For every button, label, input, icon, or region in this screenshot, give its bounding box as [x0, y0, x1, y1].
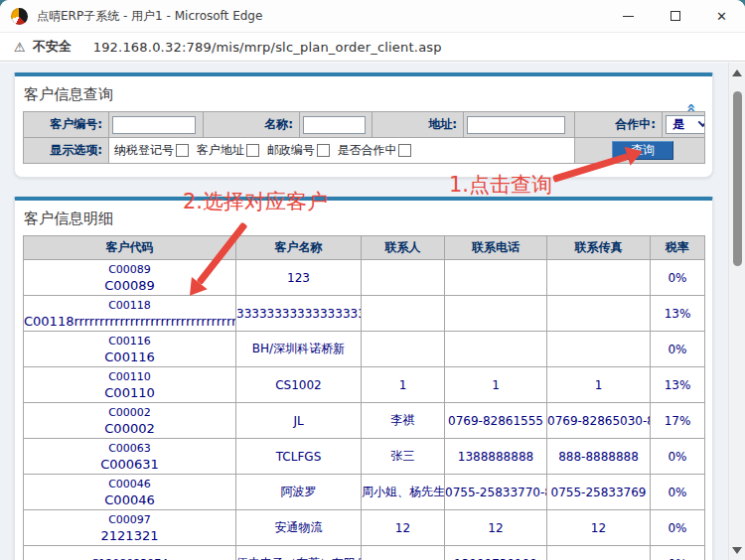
minimize-icon [623, 16, 634, 17]
address-input[interactable] [467, 116, 565, 134]
customer-code-text: C00116 [24, 334, 235, 349]
option-address-label: 客户地址 [197, 142, 244, 159]
customer-code-link[interactable]: C00002 [24, 420, 235, 437]
partner-label: 合作中: [575, 112, 663, 138]
phone-cell: 13999739199 [445, 546, 547, 560]
customer-address-checkbox[interactable] [246, 144, 259, 157]
annotation-step1: 1.点击查询 [449, 171, 552, 199]
phone-cell: 0769-82861555 [445, 403, 547, 439]
site-favicon-icon [11, 8, 28, 25]
customer-code-link[interactable]: 2121321 [24, 527, 235, 544]
option-postal-label: 邮政编号 [267, 142, 315, 159]
partner-select[interactable]: 是 [666, 115, 705, 134]
option-partner-label: 是否合作中 [337, 142, 396, 159]
address-bar[interactable]: ⚠ 不安全 192.168.0.32:789/mis/mrp/slc_plan_… [0, 32, 745, 62]
customer-table: 客户代码 客户名称 联系人 联系电话 联系传真 税率 C00089 C00089… [23, 235, 705, 560]
customer-name-cell: TCLFGS [236, 439, 362, 475]
collapse-panel-icon[interactable]: « [684, 103, 699, 113]
col-customer-code: 客户代码 [24, 236, 236, 260]
contact-cell [362, 332, 445, 367]
customer-code-text: C00110 [24, 369, 235, 384]
customer-code-cell: C00002 C00002 [24, 403, 236, 439]
customer-code-link[interactable]: C00046 [24, 491, 235, 508]
fax-cell: 12 [547, 510, 651, 546]
table-row[interactable]: C00097 2121321 安通物流 12 12 12 0% [24, 510, 705, 546]
customer-name-cell: 123 [236, 260, 362, 296]
fax-cell [547, 296, 651, 332]
phone-cell: 1388888888 [445, 439, 547, 475]
table-row[interactable]: C00063 C000631 TCLFGS 张三 1388888888 888-… [24, 439, 705, 475]
customer-code-cell: C1208023974 [24, 546, 236, 560]
table-row[interactable]: C00046 C00046 阿波罗 周小姐、杨先生 0755-25833770-… [24, 475, 705, 510]
col-tax-rate: 税率 [651, 236, 705, 260]
display-options-label: 显示选项: [24, 138, 109, 164]
customer-name-cell: CS1002 [236, 367, 362, 403]
security-label: 不安全 [33, 38, 72, 56]
customer-code-input[interactable] [112, 116, 196, 134]
name-input[interactable] [303, 116, 366, 134]
tax-reg-checkbox[interactable] [176, 144, 189, 157]
fax-cell: 1 [547, 367, 651, 403]
customer-code-text: C00002 [24, 405, 235, 420]
contact-cell: 1 [362, 367, 445, 403]
contact-cell: 周小姐、杨先生 [362, 475, 445, 510]
close-button[interactable]: ✕ [698, 0, 745, 32]
tax-rate-cell: 13% [651, 367, 705, 403]
close-icon: ✕ [716, 10, 727, 23]
col-fax: 联系传真 [547, 236, 651, 260]
tax-rate-cell: 0% [651, 439, 705, 475]
customer-name-cell: 安通物流 [236, 510, 362, 546]
customer-code-link[interactable]: C00118rrrrrrrrrrrrrrrrrrrrrrrrrrrrrrrrrr… [24, 313, 235, 330]
table-row[interactable]: C00118 C00118rrrrrrrrrrrrrrrrrrrrrrrrrrr… [24, 296, 705, 332]
annotation-step2: 2.选择对应客户 [183, 188, 328, 215]
fax-cell [547, 546, 651, 560]
customer-code-text: C00118 [24, 298, 235, 313]
customer-name-cell: JL [236, 403, 362, 439]
fax-cell: 0769-82865030-880 [547, 403, 651, 439]
maximize-button[interactable] [652, 0, 698, 32]
table-row[interactable]: C00110 C00110 CS1002 1 1 1 13% [24, 367, 705, 403]
customer-code-link[interactable]: C00110 [24, 384, 235, 401]
tax-rate-cell: 0% [651, 475, 705, 510]
phone-cell: 1 [445, 367, 547, 403]
col-customer-name: 客户名称 [236, 236, 362, 260]
scroll-up-arrow-icon[interactable] [729, 66, 745, 79]
contact-cell: 12 [362, 510, 445, 546]
security-warning-icon: ⚠ [14, 40, 26, 55]
phone-cell: 0755-25833770-860 [445, 475, 547, 510]
table-row[interactable]: C00116 C00116 BH/深圳科诺桥新 0% [24, 332, 705, 367]
fax-cell [547, 332, 651, 367]
partner-select-value: 是 [672, 116, 684, 133]
minimize-button[interactable] [605, 0, 652, 32]
postal-code-checkbox[interactable] [317, 144, 330, 157]
customer-name-cell: 阿波罗 [236, 475, 362, 510]
scroll-down-arrow-icon[interactable] [729, 543, 745, 557]
table-row[interactable]: C1208023974 伍中电子（东莞）有限公司 13999739199 0% [24, 546, 705, 560]
customer-code-link[interactable]: C00116 [24, 349, 235, 365]
tax-rate-cell: 0% [651, 332, 705, 367]
page-content: 客户信息查询 « 客户编号: 名称: 地址: 合作中: [0, 63, 745, 560]
customer-code-label: 客户编号: [24, 112, 109, 138]
detail-panel-title: 客户信息明细 [15, 201, 712, 235]
title-bar: 点晴ERP子系统 - 用户1 - Microsoft Edge ✕ [0, 0, 745, 32]
customer-code-text: C1208023974 [24, 556, 235, 560]
customer-code-cell: C00116 C00116 [24, 332, 236, 367]
customer-detail-panel: 客户信息明细 客户代码 客户名称 联系人 联系电话 联系传真 税率 [14, 197, 713, 560]
phone-cell: 12 [445, 510, 547, 546]
customer-code-text: C00046 [24, 477, 235, 491]
customer-name-cell: 33333333333333333333 [236, 296, 362, 332]
tax-rate-cell: 0% [651, 510, 705, 546]
query-panel-title: 客户信息查询 [15, 76, 712, 111]
vertical-scrollbar[interactable] [728, 63, 745, 560]
contact-cell: 张三 [362, 439, 445, 475]
customer-name-cell: 伍中电子（东莞）有限公司 [236, 546, 362, 560]
customer-code-cell: C00097 2121321 [24, 510, 236, 546]
table-row[interactable]: C00089 C00089 123 0% [24, 260, 705, 296]
fax-cell: 888-8888888 [547, 439, 651, 475]
col-phone: 联系电话 [445, 236, 547, 260]
is-partner-checkbox[interactable] [398, 144, 411, 157]
customer-code-link[interactable]: C000631 [24, 456, 235, 473]
scrollbar-thumb[interactable] [733, 91, 742, 266]
name-label: 名称: [204, 112, 300, 138]
table-row[interactable]: C00002 C00002 JL 李祺 0769-82861555 0769-8… [24, 403, 705, 439]
